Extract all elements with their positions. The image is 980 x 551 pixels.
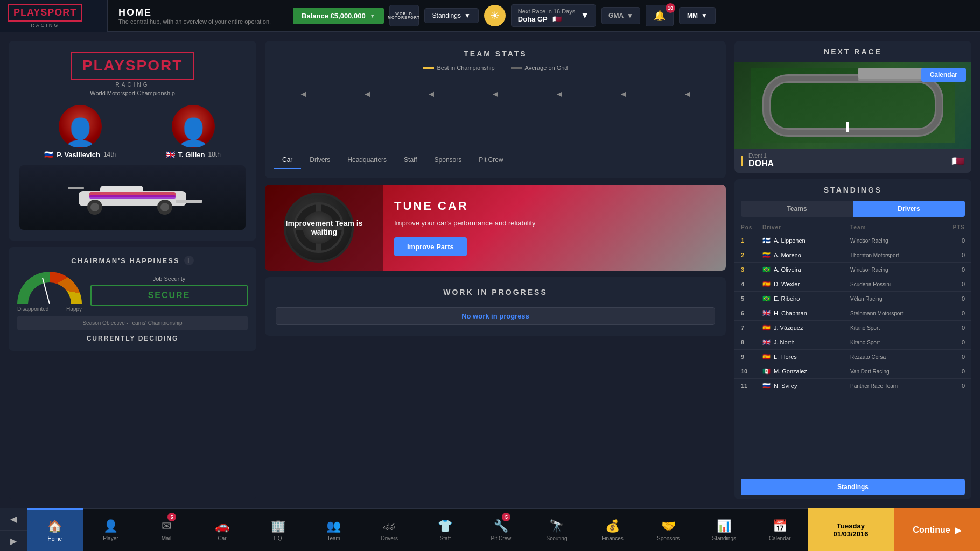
table-row[interactable]: 6 🇬🇧 H. Chapman Steinmann Motorsport 0: [734, 306, 971, 321]
team-name-cell: Scuderia Rossini: [850, 281, 938, 287]
header-driver: Driver: [762, 224, 850, 230]
improve-parts-button[interactable]: Improve Parts: [394, 237, 467, 256]
driver-name-cell: J. North: [774, 339, 795, 345]
table-row[interactable]: 8 🇬🇧 J. North Kitano Sport 0: [734, 335, 971, 350]
nav-label-calendar: Calendar: [769, 535, 791, 541]
table-row[interactable]: 2 🇻🇪 A. Moreno Thornton Motorsport 0: [734, 248, 971, 263]
driver1-avatar: [59, 105, 102, 148]
tab-car[interactable]: Car: [274, 152, 301, 169]
nav-scroll-buttons: ◀ ▶: [0, 508, 27, 551]
nav-item-staff[interactable]: 👕 Staff: [417, 508, 473, 551]
nav-label-scouting: Scouting: [547, 535, 568, 541]
svg-rect-3: [89, 195, 176, 199]
notifications-button[interactable]: 🔔 10: [646, 5, 674, 26]
season-objective: Season Objective - Teams' Championship: [17, 316, 248, 330]
table-row[interactable]: 9 🇪🇸 L. Flores Rezzato Corsa 0: [734, 350, 971, 364]
next-race-nav[interactable]: Next Race in 16 Days Doha GP 🇶🇦 ▼: [511, 4, 596, 27]
nav-icon-drivers: 🏎: [383, 519, 395, 533]
pos-num: 9: [741, 354, 762, 360]
nav-icon-player: 👤: [103, 519, 118, 533]
nav-item-hq[interactable]: 🏢 HQ: [250, 508, 306, 551]
pos-num: 5: [741, 295, 762, 302]
header-pos: Pos: [741, 224, 762, 230]
tab-sponsors[interactable]: Sponsors: [426, 152, 471, 169]
happiness-gauge: Disappointed Happy: [17, 272, 82, 309]
nav-label-mail: Mail: [162, 535, 171, 541]
svg-rect-22: [846, 122, 849, 132]
pos-num: 2: [741, 252, 762, 258]
table-row[interactable]: 11 🇷🇺 N. Sviley Panther Race Team 0: [734, 379, 971, 393]
nav-item-player[interactable]: 👤 Player: [83, 508, 139, 551]
nav-item-team[interactable]: 👥 Team: [306, 508, 362, 551]
team-name-cell: Thornton Motorsport: [850, 252, 938, 258]
nav-item-standings[interactable]: 📊 Standings: [696, 508, 752, 551]
profile-button[interactable]: MM ▼: [679, 7, 716, 24]
driver-name-cell: E. Ribeiro: [774, 295, 800, 302]
driver-cell: 🇷🇺 N. Sviley: [762, 382, 850, 390]
standings-tab-drivers[interactable]: Drivers: [853, 201, 965, 217]
table-row[interactable]: 7 🇪🇸 J. Vázquez Kitano Sport 0: [734, 321, 971, 335]
team-stats-card: TEAM STATS Best in Championship Average …: [265, 41, 726, 178]
stats-bars: ◄ ◄ ◄: [274, 77, 717, 147]
nav-date-area: Tuesday01/03/2016: [808, 508, 894, 551]
logo-area: PLAYSPORT RACING: [0, 0, 108, 32]
stat-col-6: ◄: [593, 77, 653, 147]
improvement-overlay: Improvement Team is waiting: [265, 185, 383, 271]
standings-button[interactable]: Standings: [741, 479, 965, 495]
gma-button[interactable]: GMA ▼: [601, 7, 640, 24]
continue-button[interactable]: Continue ▶: [894, 508, 980, 551]
table-row[interactable]: 4 🇪🇸 D. Wexler Scuderia Rossini 0: [734, 277, 971, 292]
nav-item-finances[interactable]: 💰 Finances: [585, 508, 641, 551]
no-work-badge: No work in progress: [276, 307, 715, 325]
pts-cell: 0: [938, 310, 965, 316]
stat-col-4: ◄: [466, 77, 526, 147]
nav-item-scouting[interactable]: 🔭 Scouting: [529, 508, 585, 551]
tune-car-desc: Improve your car's performance and relia…: [394, 218, 715, 228]
nav-item-drivers[interactable]: 🏎 Drivers: [361, 508, 417, 551]
nav-item-home[interactable]: 🏠 Home: [27, 508, 83, 551]
pts-cell: 0: [938, 252, 965, 258]
car-visual: [57, 176, 208, 219]
calendar-button[interactable]: Calendar: [921, 68, 966, 82]
improvement-waiting: Improvement Team is waiting: [274, 219, 375, 236]
tab-drivers[interactable]: Drivers: [301, 152, 339, 169]
scroll-left-button[interactable]: ◀: [0, 508, 27, 531]
driver2-box: 🇬🇧 T. Gillen 18th: [166, 105, 221, 159]
balance-button[interactable]: Balance £5,000,000 ▼: [293, 8, 383, 24]
table-row[interactable]: 5 🇧🇷 E. Ribeiro Vélan Racing 0: [734, 292, 971, 306]
tab-headquarters[interactable]: Headquarters: [339, 152, 395, 169]
pos-num: 11: [741, 383, 762, 389]
work-title: WORK IN PROGRESS: [276, 288, 715, 296]
svg-point-7: [90, 203, 99, 211]
pos-num: 10: [741, 368, 762, 375]
table-row[interactable]: 3 🇧🇷 A. Oliveira Windsor Racing 0: [734, 263, 971, 277]
nav-item-mail[interactable]: 5 ✉ Mail: [138, 508, 194, 551]
nav-item-pit crew[interactable]: 5 🔧 Pit Crew: [473, 508, 529, 551]
next-race-name-nav: Doha GP 🇶🇦: [518, 15, 575, 23]
team-name-cell: Rezzato Corsa: [850, 354, 938, 360]
driver-cell: 🇪🇸 L. Flores: [762, 353, 850, 361]
nav-item-sponsors[interactable]: 🤝 Sponsors: [640, 508, 696, 551]
page-title-area: HOME The central hub, with an overview o…: [108, 7, 282, 25]
table-row[interactable]: 10 🇲🇽 M. Gonzalez Van Dort Racing 0: [734, 364, 971, 379]
driver-flag: 🇬🇧: [762, 338, 771, 346]
driver-flag: 🇧🇷: [762, 295, 771, 302]
right-panel: NEXT RACE: [734, 41, 971, 499]
scroll-right-button[interactable]: ▶: [0, 531, 27, 552]
info-icon[interactable]: i: [184, 256, 194, 265]
tab-pit-crew[interactable]: Pit Crew: [470, 152, 512, 169]
standings-tab-teams[interactable]: Teams: [741, 201, 853, 217]
standings-button[interactable]: Standings ▼: [424, 8, 479, 23]
nav-icon-home: 🏠: [47, 520, 62, 534]
car-image-area: [19, 165, 246, 230]
nav-item-car[interactable]: 🚗 Car: [194, 508, 250, 551]
nav-item-calendar[interactable]: 📅 Calendar: [752, 508, 808, 551]
pts-cell: 0: [938, 354, 965, 360]
legend-best-label: Best in Championship: [437, 65, 495, 71]
currently-deciding: CURRENTLY DECIDING: [17, 335, 248, 342]
standings-list: 1 🇫🇮 A. Lipponen Windsor Racing 0 2 🇻🇪 A…: [734, 234, 971, 475]
tab-staff[interactable]: Staff: [395, 152, 425, 169]
weather-icon[interactable]: ☀: [484, 5, 506, 26]
table-row[interactable]: 1 🇫🇮 A. Lipponen Windsor Racing 0: [734, 234, 971, 248]
top-navigation: PLAYSPORT RACING HOME The central hub, w…: [0, 0, 980, 32]
